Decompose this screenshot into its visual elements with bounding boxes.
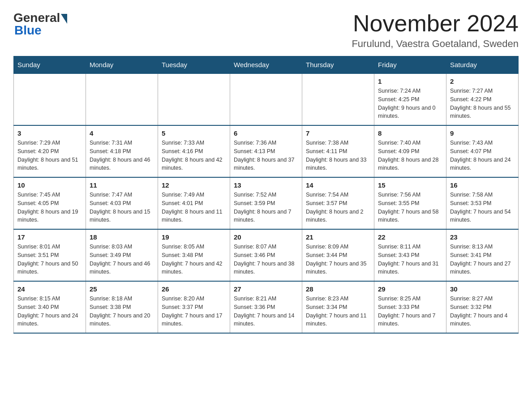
day-number: 5 — [162, 129, 226, 137]
day-number: 8 — [378, 129, 442, 137]
day-info: Sunrise: 7:43 AMSunset: 4:07 PMDaylight:… — [450, 139, 515, 172]
day-info: Sunrise: 7:31 AMSunset: 4:18 PMDaylight:… — [90, 139, 154, 172]
day-info: Sunrise: 8:25 AMSunset: 3:33 PMDaylight:… — [378, 295, 442, 328]
calendar-cell: 5Sunrise: 7:33 AMSunset: 4:16 PMDaylight… — [158, 125, 230, 177]
day-info: Sunrise: 8:18 AMSunset: 3:38 PMDaylight:… — [90, 295, 154, 328]
calendar-cell: 23Sunrise: 8:13 AMSunset: 3:41 PMDayligh… — [446, 229, 519, 281]
day-info: Sunrise: 7:47 AMSunset: 4:03 PMDaylight:… — [90, 191, 154, 224]
day-number: 18 — [90, 233, 154, 241]
day-number: 19 — [162, 233, 226, 241]
logo-arrow-icon — [61, 14, 67, 24]
day-number: 14 — [306, 181, 370, 189]
day-info: Sunrise: 7:24 AMSunset: 4:25 PMDaylight:… — [378, 87, 442, 120]
week-row-4: 17Sunrise: 8:01 AMSunset: 3:51 PMDayligh… — [14, 229, 519, 281]
calendar-cell: 29Sunrise: 8:25 AMSunset: 3:33 PMDayligh… — [374, 281, 446, 333]
logo: General Blue — [13, 11, 67, 38]
weekday-header-row: SundayMondayTuesdayWednesdayThursdayFrid… — [14, 56, 519, 74]
day-number: 11 — [90, 181, 154, 189]
day-number: 29 — [378, 285, 442, 293]
calendar-cell: 8Sunrise: 7:40 AMSunset: 4:09 PMDaylight… — [374, 125, 446, 177]
day-info: Sunrise: 8:27 AMSunset: 3:32 PMDaylight:… — [450, 295, 515, 328]
day-number: 7 — [306, 129, 370, 137]
day-info: Sunrise: 7:52 AMSunset: 3:59 PMDaylight:… — [234, 191, 298, 224]
calendar-cell: 3Sunrise: 7:29 AMSunset: 4:20 PMDaylight… — [14, 125, 86, 177]
day-info: Sunrise: 8:20 AMSunset: 3:37 PMDaylight:… — [162, 295, 226, 328]
calendar-cell: 20Sunrise: 8:07 AMSunset: 3:46 PMDayligh… — [230, 229, 302, 281]
calendar-cell: 13Sunrise: 7:52 AMSunset: 3:59 PMDayligh… — [230, 177, 302, 229]
day-number: 26 — [162, 285, 226, 293]
week-row-3: 10Sunrise: 7:45 AMSunset: 4:05 PMDayligh… — [14, 177, 519, 229]
location-title: Furulund, Vaestra Goetaland, Sweden — [352, 38, 519, 50]
calendar-cell — [158, 73, 230, 125]
calendar-cell — [302, 73, 374, 125]
weekday-header-thursday: Thursday — [302, 56, 374, 74]
week-row-2: 3Sunrise: 7:29 AMSunset: 4:20 PMDaylight… — [14, 125, 519, 177]
day-info: Sunrise: 8:05 AMSunset: 3:48 PMDaylight:… — [162, 243, 226, 276]
weekday-header-wednesday: Wednesday — [230, 56, 302, 74]
weekday-header-sunday: Sunday — [14, 56, 86, 74]
calendar-cell: 18Sunrise: 8:03 AMSunset: 3:49 PMDayligh… — [86, 229, 158, 281]
calendar-cell: 22Sunrise: 8:11 AMSunset: 3:43 PMDayligh… — [374, 229, 446, 281]
weekday-header-friday: Friday — [374, 56, 446, 74]
day-info: Sunrise: 8:11 AMSunset: 3:43 PMDaylight:… — [378, 243, 442, 276]
day-info: Sunrise: 8:13 AMSunset: 3:41 PMDaylight:… — [450, 243, 515, 276]
day-info: Sunrise: 8:21 AMSunset: 3:36 PMDaylight:… — [234, 295, 298, 328]
calendar-cell: 7Sunrise: 7:38 AMSunset: 4:11 PMDaylight… — [302, 125, 374, 177]
day-number: 25 — [90, 285, 154, 293]
calendar-cell: 11Sunrise: 7:47 AMSunset: 4:03 PMDayligh… — [86, 177, 158, 229]
day-number: 10 — [17, 181, 82, 189]
day-info: Sunrise: 7:56 AMSunset: 3:55 PMDaylight:… — [378, 191, 442, 224]
day-info: Sunrise: 7:38 AMSunset: 4:11 PMDaylight:… — [306, 139, 370, 172]
day-info: Sunrise: 7:58 AMSunset: 3:53 PMDaylight:… — [450, 191, 515, 224]
day-number: 16 — [450, 181, 515, 189]
calendar-cell: 16Sunrise: 7:58 AMSunset: 3:53 PMDayligh… — [446, 177, 519, 229]
calendar-cell: 4Sunrise: 7:31 AMSunset: 4:18 PMDaylight… — [86, 125, 158, 177]
day-info: Sunrise: 7:54 AMSunset: 3:57 PMDaylight:… — [306, 191, 370, 224]
day-info: Sunrise: 7:40 AMSunset: 4:09 PMDaylight:… — [378, 139, 442, 172]
calendar-cell: 12Sunrise: 7:49 AMSunset: 4:01 PMDayligh… — [158, 177, 230, 229]
week-row-5: 24Sunrise: 8:15 AMSunset: 3:40 PMDayligh… — [14, 281, 519, 333]
day-number: 13 — [234, 181, 298, 189]
day-info: Sunrise: 8:15 AMSunset: 3:40 PMDaylight:… — [17, 295, 82, 328]
day-number: 27 — [234, 285, 298, 293]
day-number: 21 — [306, 233, 370, 241]
calendar-cell: 2Sunrise: 7:27 AMSunset: 4:22 PMDaylight… — [446, 73, 519, 125]
calendar-cell: 27Sunrise: 8:21 AMSunset: 3:36 PMDayligh… — [230, 281, 302, 333]
day-number: 12 — [162, 181, 226, 189]
day-number: 3 — [17, 129, 82, 137]
day-info: Sunrise: 8:23 AMSunset: 3:34 PMDaylight:… — [306, 295, 370, 328]
calendar-cell: 6Sunrise: 7:36 AMSunset: 4:13 PMDaylight… — [230, 125, 302, 177]
day-number: 1 — [378, 77, 442, 85]
day-number: 28 — [306, 285, 370, 293]
month-title: November 2024 — [352, 11, 519, 36]
title-area: November 2024 Furulund, Vaestra Goetalan… — [352, 11, 519, 50]
week-row-1: 1Sunrise: 7:24 AMSunset: 4:25 PMDaylight… — [14, 73, 519, 125]
day-number: 9 — [450, 129, 515, 137]
calendar-cell: 25Sunrise: 8:18 AMSunset: 3:38 PMDayligh… — [86, 281, 158, 333]
day-info: Sunrise: 7:29 AMSunset: 4:20 PMDaylight:… — [17, 139, 82, 172]
day-number: 24 — [17, 285, 82, 293]
page-header: General Blue November 2024 Furulund, Vae… — [13, 11, 519, 50]
day-number: 15 — [378, 181, 442, 189]
day-number: 17 — [17, 233, 82, 241]
calendar-cell: 28Sunrise: 8:23 AMSunset: 3:34 PMDayligh… — [302, 281, 374, 333]
calendar-cell: 17Sunrise: 8:01 AMSunset: 3:51 PMDayligh… — [14, 229, 86, 281]
calendar-cell: 19Sunrise: 8:05 AMSunset: 3:48 PMDayligh… — [158, 229, 230, 281]
day-info: Sunrise: 8:03 AMSunset: 3:49 PMDaylight:… — [90, 243, 154, 276]
day-info: Sunrise: 7:33 AMSunset: 4:16 PMDaylight:… — [162, 139, 226, 172]
calendar-cell — [14, 73, 86, 125]
day-number: 2 — [450, 77, 515, 85]
calendar-cell: 26Sunrise: 8:20 AMSunset: 3:37 PMDayligh… — [158, 281, 230, 333]
weekday-header-saturday: Saturday — [446, 56, 519, 74]
day-number: 30 — [450, 285, 515, 293]
calendar-cell: 21Sunrise: 8:09 AMSunset: 3:44 PMDayligh… — [302, 229, 374, 281]
calendar-table: SundayMondayTuesdayWednesdayThursdayFrid… — [13, 56, 519, 334]
calendar-cell: 14Sunrise: 7:54 AMSunset: 3:57 PMDayligh… — [302, 177, 374, 229]
calendar-cell — [230, 73, 302, 125]
day-info: Sunrise: 8:01 AMSunset: 3:51 PMDaylight:… — [17, 243, 82, 276]
calendar-cell: 24Sunrise: 8:15 AMSunset: 3:40 PMDayligh… — [14, 281, 86, 333]
day-info: Sunrise: 7:36 AMSunset: 4:13 PMDaylight:… — [234, 139, 298, 172]
calendar-cell: 1Sunrise: 7:24 AMSunset: 4:25 PMDaylight… — [374, 73, 446, 125]
day-info: Sunrise: 8:09 AMSunset: 3:44 PMDaylight:… — [306, 243, 370, 276]
day-info: Sunrise: 8:07 AMSunset: 3:46 PMDaylight:… — [234, 243, 298, 276]
